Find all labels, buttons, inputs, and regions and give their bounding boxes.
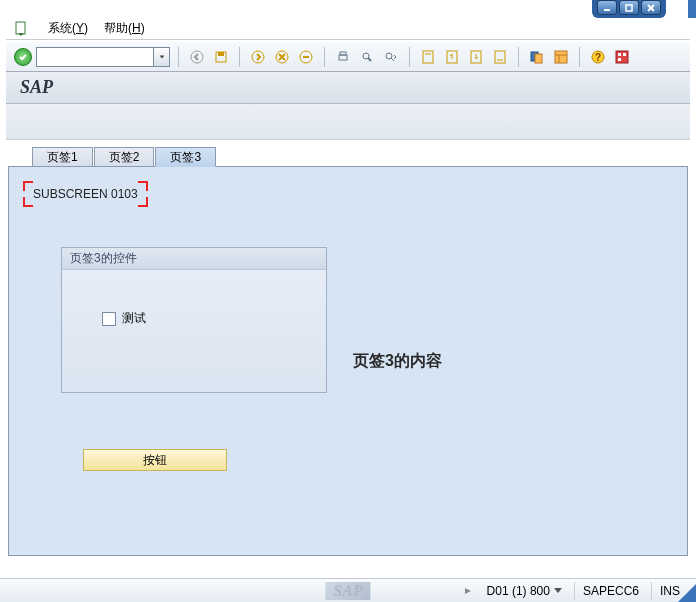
next-page-icon[interactable] (466, 47, 486, 67)
svg-line-20 (391, 58, 394, 61)
menu-context-icon[interactable] (14, 21, 30, 37)
close-session-icon[interactable] (296, 47, 316, 67)
svg-rect-35 (618, 53, 621, 56)
separator (579, 47, 580, 67)
window-edge (688, 0, 696, 18)
help-icon[interactable]: ? (588, 47, 608, 67)
tab-body: SUBSCREEN 0103 页签3的控件 测试 页签3的内容 按钮 (8, 166, 688, 556)
sap-logo: SAP (325, 582, 370, 600)
customize-icon[interactable] (612, 47, 632, 67)
minimize-button[interactable] (597, 0, 617, 15)
svg-rect-15 (339, 55, 347, 60)
svg-rect-25 (495, 51, 505, 63)
separator (518, 47, 519, 67)
subscreen-marker: SUBSCREEN 0103 (23, 181, 148, 207)
prev-page-icon[interactable] (442, 47, 462, 67)
find-next-icon[interactable] (381, 47, 401, 67)
action-button[interactable]: 按钮 (83, 449, 227, 471)
checkbox-label: 测试 (122, 310, 146, 327)
svg-marker-5 (159, 55, 164, 58)
tab-3[interactable]: 页签3 (155, 147, 216, 167)
application-toolbar (6, 104, 690, 140)
separator (409, 47, 410, 67)
command-field[interactable] (36, 47, 170, 67)
toolbar: ? (6, 42, 690, 72)
tabstrip: 页签1 页签2 页签3 SUBSCREEN 0103 页签3的控件 测试 页签3… (8, 144, 688, 556)
window-controls (0, 0, 696, 18)
svg-rect-34 (616, 51, 628, 63)
statusbar: SAP D01 (1) 800 SAPECC6 INS (0, 578, 696, 602)
svg-rect-8 (218, 52, 224, 56)
menu-system-accel: Y (76, 21, 84, 35)
menu-system[interactable]: 系统(Y) (42, 18, 94, 39)
separator (324, 47, 325, 67)
back-icon[interactable] (187, 47, 207, 67)
dropdown-icon (554, 588, 562, 593)
groupbox-controls: 页签3的控件 测试 (61, 247, 327, 393)
tab-1[interactable]: 页签1 (32, 147, 93, 167)
command-input[interactable] (36, 47, 154, 67)
menu-help-accel: H (132, 21, 141, 35)
cancel-icon[interactable] (272, 47, 292, 67)
svg-point-9 (252, 51, 264, 63)
page-title: SAP (20, 77, 53, 98)
resize-grip[interactable] (676, 582, 696, 602)
checkbox-box[interactable] (102, 312, 116, 326)
status-system[interactable]: D01 (1) 800 (479, 582, 570, 600)
close-button[interactable] (641, 0, 661, 15)
enter-button[interactable] (14, 48, 32, 66)
svg-point-6 (191, 51, 203, 63)
status-host: SAPECC6 (574, 582, 647, 600)
first-page-icon[interactable] (418, 47, 438, 67)
svg-marker-38 (465, 588, 471, 594)
page-title-bar: SAP (6, 72, 690, 104)
maximize-button[interactable] (619, 0, 639, 15)
save-icon[interactable] (211, 47, 231, 67)
tab-2[interactable]: 页签2 (94, 147, 155, 167)
menu-help[interactable]: 帮助(H) (98, 18, 151, 39)
svg-rect-37 (618, 58, 621, 61)
layout-icon[interactable] (551, 47, 571, 67)
find-icon[interactable] (357, 47, 377, 67)
groupbox-title: 页签3的控件 (62, 248, 326, 270)
action-button-label: 按钮 (143, 452, 167, 469)
tab-label: 页签2 (109, 149, 140, 166)
tab-label: 页签1 (47, 149, 78, 166)
svg-rect-36 (623, 53, 626, 56)
menu-system-label: 系统 (48, 21, 72, 35)
new-session-icon[interactable] (527, 47, 547, 67)
menu-help-label: 帮助 (104, 21, 128, 35)
svg-rect-28 (535, 54, 542, 63)
print-icon[interactable] (333, 47, 353, 67)
svg-rect-1 (626, 5, 632, 11)
status-system-text: D01 (1) 800 (487, 584, 550, 598)
separator (178, 47, 179, 67)
content-heading: 页签3的内容 (353, 351, 442, 372)
tab-label: 页签3 (170, 149, 201, 166)
svg-text:?: ? (595, 52, 601, 63)
last-page-icon[interactable] (490, 47, 510, 67)
status-expand-icon[interactable] (461, 584, 475, 598)
subscreen-label: SUBSCREEN 0103 (33, 187, 138, 201)
command-dropdown[interactable] (154, 47, 170, 67)
status-host-text: SAPECC6 (583, 584, 639, 598)
separator (239, 47, 240, 67)
exit-icon[interactable] (248, 47, 268, 67)
svg-rect-21 (423, 51, 433, 63)
svg-rect-29 (555, 51, 567, 63)
svg-rect-16 (340, 52, 346, 55)
svg-line-18 (368, 58, 371, 61)
menubar: 系统(Y) 帮助(H) (6, 18, 690, 40)
checkbox-test[interactable]: 测试 (102, 310, 326, 327)
svg-rect-4 (16, 22, 25, 34)
